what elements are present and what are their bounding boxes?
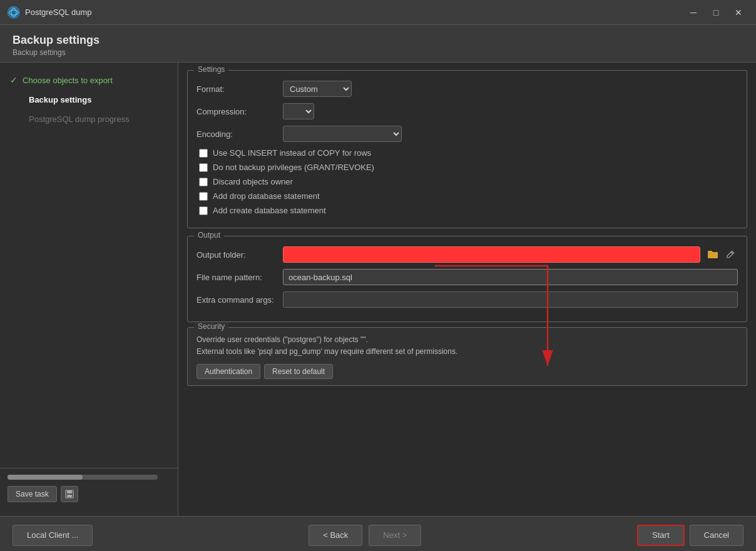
encoding-select[interactable]: UTF8 LATIN1 WIN1252 [283,126,402,142]
save-task-button[interactable]: Save task [8,486,57,502]
compression-select[interactable]: 1 2 9 [283,103,314,119]
output-folder-label: Output folder: [197,250,278,260]
breadcrumb: Backup settings [13,48,743,57]
checkbox-discard-owner: Discard objects owner [197,177,738,186]
security-buttons: Authentication Reset to default [197,364,738,379]
maximize-button[interactable]: □ [706,4,726,21]
discard-owner-label[interactable]: Discard objects owner [213,177,293,186]
no-privileges-label[interactable]: Do not backup privileges (GRANT/REVOKE) [213,163,374,172]
discard-owner-checkbox[interactable] [199,178,208,186]
file-name-label: File name pattern: [197,273,278,282]
output-folder-icons [705,247,738,262]
save-task-icon-button[interactable] [61,486,78,502]
settings-legend: Settings [194,65,228,74]
local-client-button[interactable]: Local Client ... [13,525,93,546]
compression-label: Compression: [197,107,278,116]
authentication-button[interactable]: Authentication [197,364,260,379]
minimize-button[interactable]: ─ [683,4,703,21]
security-line1: Override user credentials ("postgres") f… [197,334,738,346]
use-sql-insert-label[interactable]: Use SQL INSERT instead of COPY for rows [213,148,371,158]
app-icon [8,6,20,19]
check-icon: ✓ [10,75,18,85]
checkbox-use-sql-insert: Use SQL INSERT instead of COPY for rows [197,148,738,158]
format-row: Format: Custom Plain Tar Directory [197,81,738,97]
sidebar-item-choose-objects[interactable]: ✓ Choose objects to export [0,70,178,90]
sidebar-item-label: Backup settings [29,95,91,104]
add-drop-db-label[interactable]: Add drop database statement [213,191,320,201]
extra-cmd-input[interactable] [283,291,738,308]
pencil-icon[interactable] [723,247,738,262]
output-folder-input[interactable] [283,246,700,263]
window-title: PostgreSQL dump [25,8,678,17]
checkbox-add-create-db: Add create database statement [197,206,738,215]
extra-cmd-label: Extra command args: [197,295,278,305]
file-name-input[interactable] [283,269,738,285]
main-layout: ✓ Choose objects to export Backup settin… [0,63,756,516]
sidebar-item-backup-settings[interactable]: Backup settings [0,90,178,109]
output-legend: Output [194,231,224,240]
security-group: Security Override user credentials ("pos… [187,327,747,386]
checkbox-add-drop-db: Add drop database statement [197,191,738,201]
sidebar: ✓ Choose objects to export Backup settin… [0,63,178,516]
file-name-row: File name pattern: [197,269,738,285]
footer-right: Start Cancel [637,525,743,546]
back-button[interactable]: < Back [309,525,362,546]
format-label: Format: [197,84,278,94]
encoding-row: Encoding: UTF8 LATIN1 WIN1252 [197,126,738,142]
add-drop-db-checkbox[interactable] [199,192,208,201]
reset-to-default-button[interactable]: Reset to default [264,364,333,379]
folder-icon[interactable] [705,247,720,262]
next-button[interactable]: Next > [369,525,421,546]
output-folder-row: Output folder: [197,246,738,263]
footer-center: < Back Next > [99,525,631,546]
page-title: Backup settings [13,34,743,47]
titlebar: PostgreSQL dump ─ □ ✕ [0,0,756,25]
page-header: Backup settings Backup settings [0,25,756,63]
footer: Local Client ... < Back Next > Start Can… [0,516,756,551]
settings-group: Settings Format: Custom Plain Tar Direct… [187,70,747,228]
sidebar-scrollbar-thumb [8,475,83,480]
main-content: Settings Format: Custom Plain Tar Direct… [178,63,756,516]
start-button[interactable]: Start [637,525,684,546]
svg-rect-4 [67,490,72,493]
checkbox-no-privileges: Do not backup privileges (GRANT/REVOKE) [197,163,738,172]
close-button[interactable]: ✕ [728,4,748,21]
security-text-1: Override user credentials ("postgres") f… [197,334,738,358]
no-privileges-checkbox[interactable] [199,163,208,172]
use-sql-insert-checkbox[interactable] [199,149,208,158]
security-legend: Security [194,322,228,331]
compression-row: Compression: 1 2 9 [197,103,738,119]
cancel-button[interactable]: Cancel [690,525,743,546]
encoding-label: Encoding: [197,129,278,139]
svg-rect-5 [67,495,72,497]
output-group: Output Output folder: [187,236,747,322]
sidebar-item-label: PostgreSQL dump progress [29,114,130,124]
add-create-db-label[interactable]: Add create database statement [213,206,326,215]
extra-cmd-row: Extra command args: [197,291,738,308]
format-select[interactable]: Custom Plain Tar Directory [283,81,352,97]
sidebar-nav: ✓ Choose objects to export Backup settin… [0,70,178,129]
sidebar-item-pg-dump-progress: PostgreSQL dump progress [0,109,178,129]
sidebar-actions: Save task [8,486,170,502]
add-create-db-checkbox[interactable] [199,206,208,215]
sidebar-scrollbar-track[interactable] [8,475,158,480]
window-controls: ─ □ ✕ [683,4,748,21]
sidebar-bottom: Save task [0,468,178,508]
footer-left: Local Client ... [13,525,93,546]
security-line2: External tools like 'psql and pg_dump' m… [197,346,738,358]
sidebar-item-label: Choose objects to export [23,76,113,85]
